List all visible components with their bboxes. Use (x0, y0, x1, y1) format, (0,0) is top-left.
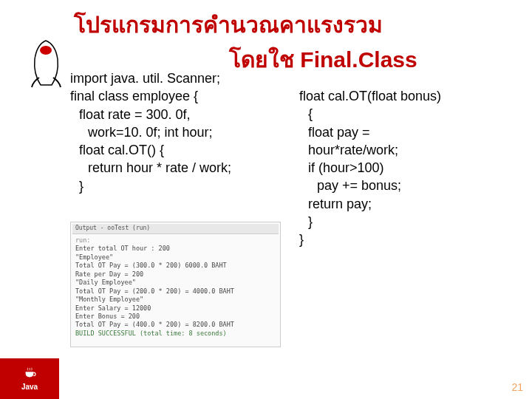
code-line: final class employee { (70, 87, 299, 105)
code-line: return hour * rate / work; (70, 159, 299, 177)
code-block-right: float cal.OT(float bonus) { float pay = … (299, 87, 506, 249)
console-line: Rate per Day = 200 (75, 270, 276, 279)
svg-point-0 (40, 46, 52, 55)
console-line: Total OT Pay = (300.0 * 200) 6000.0 BAHT (75, 262, 276, 270)
code-line: work=10. 0f; int hour; (70, 123, 299, 141)
console-line: Enter Bonus = 200 (75, 313, 276, 321)
title-line1: โปรแกรมการคำนวณคาแรงรวม (74, 7, 532, 42)
console-line: "Monthly Employee" (75, 296, 276, 304)
code-line: { (299, 105, 506, 123)
console-line: Enter Salary = 12000 (75, 304, 276, 313)
page-number: 21 (511, 381, 523, 393)
code-line: pay += bonus; (299, 177, 506, 194)
code-line: if (hour>100) (299, 159, 506, 177)
java-logo-icon: Java (0, 358, 59, 399)
code-line: float pay = (299, 123, 506, 141)
code-line: float cal.OT(float bonus) (299, 87, 506, 105)
slide-title: โปรแกรมการคำนวณคาแรงรวม โดยใช Final.Clas… (0, 0, 532, 77)
console-line: Enter total OT hour : 200 (75, 245, 276, 253)
console-line: Total OT Pay = (400.0 * 200) = 8200.0 BA… (75, 321, 276, 329)
output-console-image: Output - ooTest (run) run: Enter total O… (70, 222, 281, 347)
console-line: BUILD SUCCESSFUL (total time: 8 seconds) (75, 330, 276, 338)
console-body: run: Enter total OT hour : 200 "Employee… (72, 234, 279, 341)
code-line: } (299, 231, 506, 248)
duke-mascot-icon (26, 37, 66, 89)
java-logo-text: Java (21, 383, 38, 391)
code-line: float rate = 300. 0f, (70, 106, 299, 123)
code-line: return pay; (299, 195, 506, 213)
code-line: float cal.OT() { (70, 141, 299, 159)
console-line: "Daily Employee" (75, 279, 276, 287)
code-line: } (299, 213, 506, 231)
code-block-left: import java. util. Scanner; final class … (70, 69, 299, 195)
console-line: run: (75, 236, 276, 245)
console-tab: Output - ooTest (run) (72, 224, 279, 234)
console-line: "Employee" (75, 253, 276, 262)
code-line: } (70, 177, 299, 195)
code-line: hour*rate/work; (299, 141, 506, 159)
code-line: import java. util. Scanner; (70, 69, 299, 87)
console-line: Total OT Pay = (200.0 * 200) = 4000.0 BA… (75, 287, 276, 296)
